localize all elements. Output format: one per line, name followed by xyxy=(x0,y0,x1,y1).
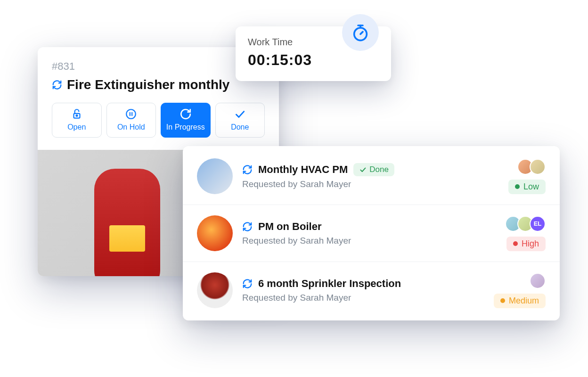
status-open-button[interactable]: Open xyxy=(52,103,102,138)
task-thumbnail xyxy=(197,272,233,308)
stopwatch-icon xyxy=(342,14,379,51)
assignee-avatars xyxy=(517,159,546,175)
avatar xyxy=(530,159,546,175)
sync-icon xyxy=(242,164,253,175)
sync-icon xyxy=(242,279,253,289)
check-icon xyxy=(234,108,246,120)
task-requester: Requested by Sarah Mayer xyxy=(242,236,496,246)
priority-low-pill: Low xyxy=(508,180,546,194)
status-done-button[interactable]: Done xyxy=(215,103,265,138)
task-requester: Requested by Sarah Mayer xyxy=(242,179,499,189)
priority-high-pill: High xyxy=(506,237,546,251)
work-order-title-row: Fire Extinguisher monthly xyxy=(52,77,265,92)
task-title: PM on Boiler xyxy=(258,221,321,233)
task-title: 6 month Sprinkler Inspection xyxy=(258,278,401,290)
sync-icon xyxy=(52,80,62,90)
status-onhold-label: On Hold xyxy=(117,123,145,131)
sync-icon xyxy=(242,221,253,232)
task-row[interactable]: PM on Boiler Requested by Sarah Mayer EL… xyxy=(183,205,560,262)
work-time-value: 00:15:03 xyxy=(248,51,312,69)
status-open-label: Open xyxy=(67,123,86,131)
status-inprogress-button[interactable]: In Progress xyxy=(161,103,211,138)
status-onhold-button[interactable]: On Hold xyxy=(106,103,156,138)
avatar: EL xyxy=(530,216,546,232)
open-lock-icon xyxy=(71,108,83,120)
work-order-id: #831 xyxy=(52,60,265,73)
status-inprogress-label: In Progress xyxy=(166,123,205,131)
status-done-pill: Done xyxy=(353,163,394,176)
task-thumbnail xyxy=(197,215,233,251)
task-row[interactable]: Monthly HVAC PM Done Requested by Sarah … xyxy=(183,148,560,205)
refresh-icon xyxy=(180,108,192,120)
work-time-card: Work Time 00:15:03 xyxy=(236,26,391,81)
assignee-avatars xyxy=(530,273,546,289)
task-row[interactable]: 6 month Sprinkler Inspection Requested b… xyxy=(183,262,560,319)
task-thumbnail xyxy=(197,158,233,194)
task-title: Monthly HVAC PM xyxy=(258,164,348,176)
task-list-card: Monthly HVAC PM Done Requested by Sarah … xyxy=(183,146,560,320)
pause-icon xyxy=(125,108,137,120)
assignee-avatars: EL xyxy=(505,216,546,232)
svg-line-6 xyxy=(360,32,363,34)
check-icon xyxy=(359,166,367,173)
svg-point-2 xyxy=(127,109,136,119)
work-order-title: Fire Extinguisher monthly xyxy=(67,77,229,92)
task-requester: Requested by Sarah Mayer xyxy=(242,293,484,303)
work-time-label: Work Time xyxy=(248,37,312,48)
status-button-row: Open On Hold In Progress Done xyxy=(52,103,265,138)
priority-medium-pill: Medium xyxy=(494,294,546,308)
status-done-label: Done xyxy=(231,123,249,131)
avatar xyxy=(530,273,546,289)
svg-point-1 xyxy=(76,115,77,116)
